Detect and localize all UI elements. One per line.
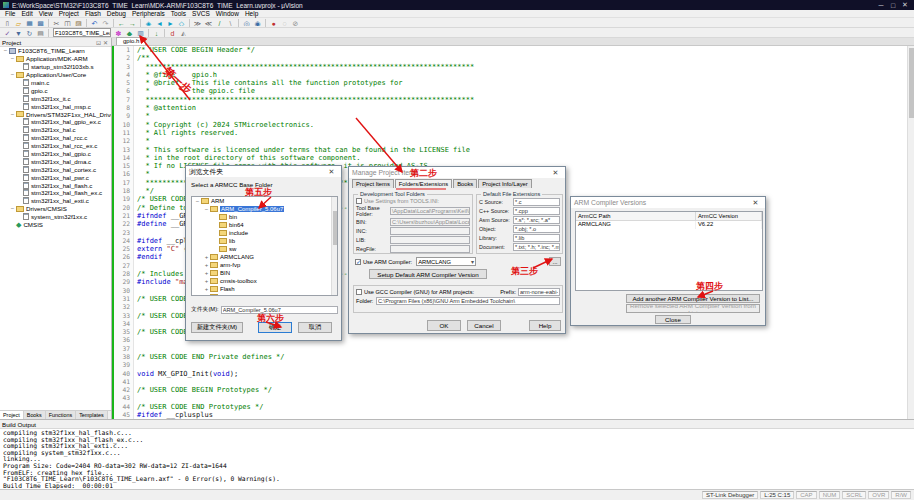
indent-icon[interactable]: ≫ [192,18,203,27]
menu-svcs[interactable]: SVCS [189,10,213,18]
browse-tree-item[interactable]: include [192,229,337,237]
expander-icon[interactable]: − [9,205,16,212]
file-extension-input[interactable]: *.txt; *.h; *.inc; *.md [513,243,560,251]
code-line[interactable]: 10 * Copyright (c) 2024 STMicroelectroni… [112,121,914,129]
menu-edit[interactable]: Edit [18,10,35,18]
expander-icon[interactable]: − [203,206,210,213]
code-line[interactable]: 11 * All rights reserved. [112,129,914,137]
browse-tree-item[interactable]: bin [192,213,337,221]
menu-flash[interactable]: Flash [82,10,104,18]
tree-item[interactable]: gpio.c [0,86,111,94]
dev-folder-input[interactable] [390,245,470,253]
start-debug-icon[interactable]: d [167,28,178,37]
code-line[interactable]: 3 **************************************… [112,63,914,71]
expander-icon[interactable]: − [9,111,16,118]
add-compiler-version-button[interactable]: Add another ARM Compiler Version to List… [626,294,760,303]
code-line[interactable]: 9 * [112,112,914,120]
tab-folders-extensions[interactable]: Folders/Extensions [395,179,452,188]
tree-item[interactable]: −Application/MDK-ARM [0,55,111,63]
browse-tree-item[interactable]: −ARM_Compiler_5.06u7 [192,205,337,213]
paste-icon[interactable]: ▨ [73,18,84,27]
editor-scrollbar[interactable] [907,46,914,419]
next-bookmark-icon[interactable]: ► [165,18,176,27]
bookmark-icon[interactable]: ◈ [143,18,154,27]
tree-item[interactable]: stm32f1xx_it.c [0,94,111,102]
tree-item[interactable]: stm32f1xx_hal_gpio.c [0,150,111,158]
redo-icon[interactable]: ↷ [100,18,111,27]
tree-item[interactable]: stm32f1xx_hal_rcc_ex.c [0,142,111,150]
new-folder-button[interactable]: 新建文件夹(M) [191,322,243,333]
undo-icon[interactable]: ↶ [89,18,100,27]
panel-tab-project[interactable]: Project [0,411,24,419]
expander-icon[interactable]: + [203,254,210,261]
insert-breakpoint-icon[interactable]: ● [268,18,279,27]
code-line[interactable]: 40void MX_GPIO_Init(void); [112,370,914,378]
kill-breakpoints-icon[interactable]: ⊘ [290,18,301,27]
file-extension-input[interactable]: *.c [513,198,560,206]
tree-item[interactable]: stm32f1xx_hal_flash.c [0,181,111,189]
tree-item[interactable]: main.c [0,79,111,87]
maximize-button[interactable]: □ [887,2,899,9]
expander-icon[interactable]: − [194,198,201,205]
build-icon[interactable]: ▼ [13,28,24,37]
code-line[interactable]: 2/** [112,54,914,62]
code-line[interactable]: 5 * @brief This file contains all the fu… [112,79,914,87]
manage-rte-icon[interactable]: ◆ [124,28,135,37]
gcc-folder-input[interactable] [376,297,560,305]
menu-debug[interactable]: Debug [104,10,129,18]
code-line[interactable]: 12 * [112,137,914,145]
tab-project-info-layer[interactable]: Project Info/Layer [478,179,531,188]
folder-name-input[interactable] [221,306,338,314]
browse-tree-item[interactable]: +cmsis-toolbox [192,277,337,285]
expander-icon[interactable]: − [2,47,9,54]
close-panel-icon[interactable]: ✕ [102,39,109,46]
expander-icon[interactable]: + [203,270,210,277]
browse-tree-item[interactable]: sw [192,245,337,253]
tree-item[interactable]: stm32f1xx_hal_dma.c [0,157,111,165]
navigate-back-icon[interactable]: ← [116,18,127,27]
manage-help-button[interactable]: Help [529,320,561,331]
cut-icon[interactable]: ✂ [51,18,62,27]
tree-item[interactable]: stm32f1xx_hal_gpio_ex.c [0,118,111,126]
tree-item[interactable]: −Drivers/CMSIS [0,205,111,213]
code-line[interactable]: 41 [112,378,914,386]
rebuild-icon[interactable]: ↻ [24,28,35,37]
dev-folder-input[interactable]: C:\Users\buzhou\AppData\Local\Programs\K… [390,218,470,226]
save-icon[interactable]: ▦ [24,18,35,27]
tree-item[interactable]: stm32f1xx_hal_flash_ex.c [0,189,111,197]
tree-item[interactable]: −Drivers/STM32F1xx_HAL_Driver [0,110,111,118]
download-icon[interactable]: ↓ [151,28,162,37]
panel-tab-books[interactable]: Books [24,411,46,419]
panel-tab-templates[interactable]: Templates [76,411,108,419]
ok-button[interactable]: 确定 [258,322,292,333]
code-line[interactable]: 37 [112,345,914,353]
menu-peripherals[interactable]: Peripherals [129,10,168,18]
panel-tab-functions[interactable]: Functions [46,411,76,419]
tree-item[interactable]: startup_stm32f103xb.s [0,63,111,71]
expander-icon[interactable]: + [203,294,210,297]
file-extension-input[interactable]: *.lib [513,234,560,242]
tab-books[interactable]: Books [453,179,477,188]
use-arm-compiler-checkbox[interactable]: ✓ [355,259,361,265]
uncomment-icon[interactable]: \ [225,18,236,27]
code-line[interactable]: 6 * the gpio.c file [112,87,914,95]
manage-close-icon[interactable]: ✕ [549,169,562,177]
target-select[interactable]: F103C8T6_TIME_Lear▾ [53,28,111,37]
expander-icon[interactable]: + [203,286,210,293]
tree-item[interactable]: −Application/User/Core [0,71,111,79]
versions-close-button[interactable]: Close [655,315,691,324]
save-all-icon[interactable]: ▩ [35,18,46,27]
tree-item[interactable]: stm32f1xx_hal_msp.c [0,102,111,110]
tree-item[interactable]: stm32f1xx_hal.c [0,126,111,134]
use-gcc-checkbox[interactable] [356,289,362,295]
menu-tools[interactable]: Tools [168,10,189,18]
code-line[interactable]: 39 [112,361,914,369]
browse-tree-item[interactable]: +Hlp [192,293,337,296]
menu-file[interactable]: File [2,10,18,18]
browse-tree-item[interactable]: +arm-fvp [192,261,337,269]
tree-item[interactable]: system_stm32f1xx.c [0,213,111,221]
menu-window[interactable]: Window [213,10,242,18]
prev-bookmark-icon[interactable]: ◄ [154,18,165,27]
open-folder-icon[interactable]: ▱ [13,18,24,27]
menu-help[interactable]: Help [242,10,261,18]
